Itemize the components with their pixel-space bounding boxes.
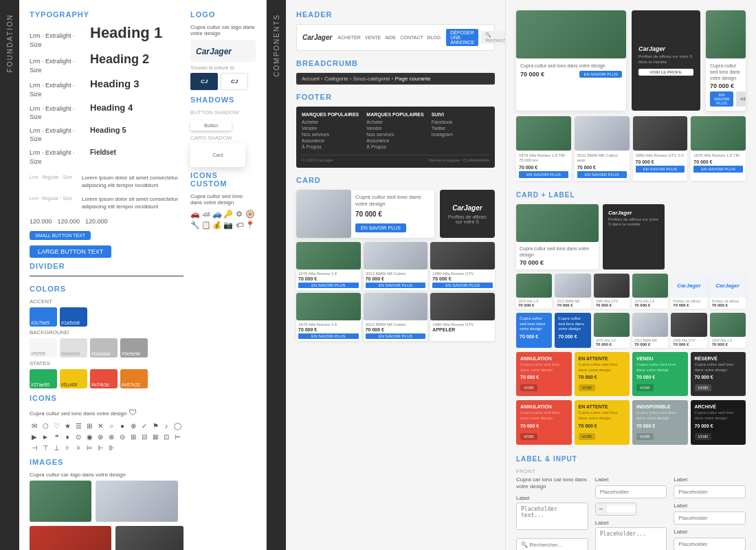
card-mini-price-2: 70 000 € xyxy=(366,276,426,281)
icons-sample-text: Cupra cultur sed lono dans votre design … xyxy=(30,408,184,417)
image-dark-car xyxy=(115,526,184,550)
cl-featured-img xyxy=(516,204,599,242)
typo-label-h3: Lrm · Extralight · Size xyxy=(30,81,85,98)
footer-col1-item5: À Propos xyxy=(302,144,359,149)
second-btn1[interactable]: EN SAVOIR PLUS xyxy=(710,91,733,107)
lg-btn-2[interactable]: EN SAVOIR PLUS xyxy=(577,171,627,178)
header-comp-title: HEADER xyxy=(296,10,495,19)
icon-15: ▶ xyxy=(30,432,39,441)
cl-brand-text-2: CarJager xyxy=(715,283,740,289)
featured-title: Cupra cultur sed lono dans votre design xyxy=(520,63,622,69)
cl-price-r2-2: 70 000 € xyxy=(634,342,666,346)
footer-col2-title: MARQUES POPULAIRES xyxy=(366,112,424,117)
featured-btn[interactable]: EN SAVOIR PLUS xyxy=(579,71,622,78)
cl-card-2: 2012 BMW M6 70 000 € xyxy=(555,274,590,309)
gray-btn1[interactable]: VOIR xyxy=(636,433,654,440)
red-text2: Cupra cultur sed lono dans votre design xyxy=(520,410,568,421)
cl-img-r2-1 xyxy=(594,313,630,337)
black-btn1[interactable]: VOIR xyxy=(695,433,712,440)
dark-btn1[interactable]: VOIR xyxy=(695,384,712,391)
card-brand: CarJager Profitez de affinez sur votre S xyxy=(440,190,495,238)
footer-col2-item2: Vendre xyxy=(366,126,424,131)
footer-col2-item5: À Propos xyxy=(366,144,424,149)
heading4: Heading 4 xyxy=(90,102,133,113)
btn-shadow-label: BUTTON SHADOW xyxy=(190,109,256,116)
card-btn[interactable]: EN SAVOIR PLUS xyxy=(355,223,406,232)
profile-btn[interactable]: VOIR LE PROFIL xyxy=(638,69,693,76)
lg-btn-3[interactable]: EN SAVOIR PLUS xyxy=(636,166,685,173)
lg-img-2 xyxy=(575,116,630,151)
card-shadow-label: CARD SHADOW xyxy=(190,135,256,141)
card-mini-btn-2[interactable]: EN SAVOIR PLUS xyxy=(366,283,426,288)
card-mini-btn-5[interactable]: EN SAVOIR PLUS xyxy=(366,333,426,339)
logo-tagline: Trouvez la voiture SI xyxy=(190,65,256,70)
lg-btn-4[interactable]: EN SAVOIR PLUS xyxy=(693,166,743,173)
card-shadow-demo: Card xyxy=(190,143,245,167)
icon-20: ◉ xyxy=(85,432,94,441)
icon-7: ✕ xyxy=(96,421,105,430)
lg-btn-1[interactable]: EN SAVOIR PLUS xyxy=(519,171,568,178)
divider-element xyxy=(30,276,184,276)
text-field-3[interactable] xyxy=(674,485,746,498)
red-btn1[interactable]: VOIR xyxy=(520,384,537,391)
text-field-4[interactable] xyxy=(674,512,746,525)
cl-blue-price-2: 70 000 € xyxy=(558,334,587,339)
card-mini-price-6: APPELER xyxy=(432,327,493,332)
custom-icon-3: 🚙 xyxy=(212,209,222,219)
card-mini-btn-1[interactable]: EN SAVOIR PLUS xyxy=(298,283,359,288)
heading6: Fieldset xyxy=(90,148,116,156)
black-price1: 70 000 € xyxy=(695,424,742,428)
cl-card-price-3: 70 000 € xyxy=(596,303,627,307)
second-btn2[interactable]: RÉSERVER xyxy=(736,91,746,107)
card-mini-btn-4[interactable]: EN SAVOIR PLUS xyxy=(298,333,359,339)
card-label-section: CARD + LABEL Cupra cultur sed lono dans … xyxy=(516,191,746,445)
cl-profile: CarJager Profitez de affinez sur votre S… xyxy=(603,204,665,270)
footer-col1-title: MARQUES POPULAIRES xyxy=(302,112,359,117)
heading3: Heading 3 xyxy=(90,78,140,89)
status-card-yellow1: EN ATTENTE Cupra cultur sed lono dans vo… xyxy=(575,352,630,397)
textarea-field-2[interactable] xyxy=(595,527,667,550)
textarea-field[interactable] xyxy=(516,503,588,530)
card-mini-btn-3[interactable]: EN SAVOIR PLUS xyxy=(432,283,493,288)
cl-blue-card-2: Cupra cultur sed lono dans votre design … xyxy=(555,313,590,348)
search-field[interactable] xyxy=(516,538,588,550)
red-btn2[interactable]: VOIR xyxy=(520,433,537,440)
cl-card-4: 1979 Alfa 1.8 70 000 € xyxy=(632,274,668,309)
cl-card-r2-3: 1980 Alfa GTV 70 000 € xyxy=(671,313,707,348)
num-decrease[interactable]: − xyxy=(596,503,607,515)
cl-img-2 xyxy=(555,274,590,298)
body-text2: Lorem ipsum dolor sit amet consecteturad… xyxy=(82,195,178,210)
red-label2: ANNULATION xyxy=(520,404,568,409)
icon-34: ⊨ xyxy=(85,443,94,452)
green-btn1[interactable]: VOIR xyxy=(636,384,654,391)
accent-label: ACCENT xyxy=(30,298,184,305)
gray-price1: 70 000 € xyxy=(636,424,684,428)
yellow-label2: EN ATTENTE xyxy=(579,404,626,409)
nav-cta[interactable]: DÉPOSER UNE ANNONCE xyxy=(446,29,478,46)
cl-card-brand-2: CarJager Profitez de affinez 70 000 € xyxy=(710,274,746,309)
nav-logo: CarJager xyxy=(302,34,332,41)
custom-icon-9: 💰 xyxy=(212,220,222,230)
nav-search[interactable]: 🔍 Rechercher xyxy=(481,31,506,44)
front-label: FRONT xyxy=(516,468,746,474)
yellow-btn2[interactable]: VOIR xyxy=(579,433,596,440)
image-white-car xyxy=(96,481,178,522)
top-listings: Cupra cultur sed lono dans votre design … xyxy=(516,10,746,181)
lg-img-3 xyxy=(633,116,688,151)
breadcrumb-title: BREADCRUMB xyxy=(296,59,495,67)
icon-8: ○ xyxy=(107,421,116,430)
cl-img-3 xyxy=(594,274,630,298)
listing-grid-card-2: 2012 BMW M6 Cabrio auto 70 000 € EN SAVO… xyxy=(575,116,630,180)
text-field-2[interactable] xyxy=(595,485,667,498)
card-mini-img-1 xyxy=(296,242,361,270)
cl-img-4 xyxy=(632,274,668,298)
heading5: Heading 5 xyxy=(90,126,126,134)
yellow-btn1[interactable]: VOIR xyxy=(579,384,596,391)
lg-title-4: 1979 Alfa Romeo 1.8 TBI xyxy=(693,153,743,158)
num-value[interactable] xyxy=(607,506,636,512)
text-field-5[interactable] xyxy=(674,538,746,550)
card-price: 70 000 € xyxy=(355,210,430,218)
size2: 120.000 xyxy=(58,217,80,226)
cl-blue-card-1: Cupra cultur sed lono dans votre design … xyxy=(516,313,552,348)
cl-featured-title: Cupra cultur sed lono dans votre design xyxy=(520,245,595,258)
